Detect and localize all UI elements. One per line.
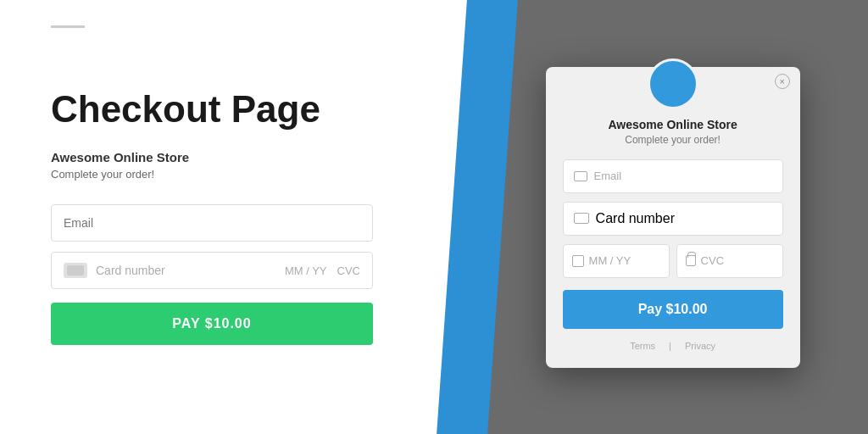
modal-header: × Awesome Online Store Complete your ord… [546, 67, 800, 159]
store-subtitle-left: Complete your order! [51, 168, 426, 181]
pay-button-left[interactable]: PAY $10.00 [51, 303, 373, 345]
card-row-left: Card number MM / YY CVC [51, 252, 373, 289]
left-panel: Checkout Page Awesome Online Store Compl… [0, 0, 477, 434]
privacy-link[interactable]: Privacy [685, 341, 715, 351]
card-icon-modal [574, 213, 589, 224]
calendar-icon [572, 255, 584, 267]
right-panel: × Awesome Online Store Complete your ord… [477, 0, 868, 434]
email-input-left[interactable] [51, 204, 373, 242]
date-field-modal[interactable]: MM / YY [563, 244, 670, 278]
footer-divider: | [669, 341, 671, 351]
card-icon-left [64, 263, 87, 278]
avatar [648, 58, 698, 109]
terms-link[interactable]: Terms [630, 341, 655, 351]
page-title: Checkout Page [51, 89, 426, 130]
decorative-line [51, 25, 85, 28]
modal-card: × Awesome Online Store Complete your ord… [546, 67, 800, 368]
email-field-modal[interactable]: Email [563, 159, 783, 193]
modal-footer: Terms | Privacy [546, 341, 800, 351]
date-placeholder-left: MM / YY [285, 264, 327, 277]
card-number-field-modal[interactable]: Card number [563, 202, 783, 236]
cvc-field-modal[interactable]: CVC [676, 244, 783, 278]
pay-button-modal[interactable]: Pay $10.00 [563, 290, 783, 329]
card-placeholder-left: Card number [96, 264, 285, 277]
email-icon [574, 171, 587, 181]
card-right-placeholders: MM / YY CVC [285, 264, 360, 277]
lock-icon [686, 255, 696, 266]
close-button[interactable]: × [775, 74, 790, 89]
date-placeholder-modal: MM / YY [589, 254, 632, 267]
date-cvc-row: MM / YY CVC [563, 244, 783, 278]
modal-body: Email Card number MM / YY CVC Pay $10.00 [546, 159, 800, 329]
cvc-placeholder-left: CVC [337, 264, 360, 277]
email-placeholder-modal: Email [594, 170, 622, 182]
cvc-placeholder-modal: CVC [701, 254, 724, 267]
store-name-left: Awesome Online Store [51, 150, 426, 164]
modal-store-name: Awesome Online Store [608, 118, 737, 131]
card-number-placeholder-modal: Card number [596, 211, 675, 226]
modal-store-subtitle: Complete your order! [625, 134, 721, 146]
